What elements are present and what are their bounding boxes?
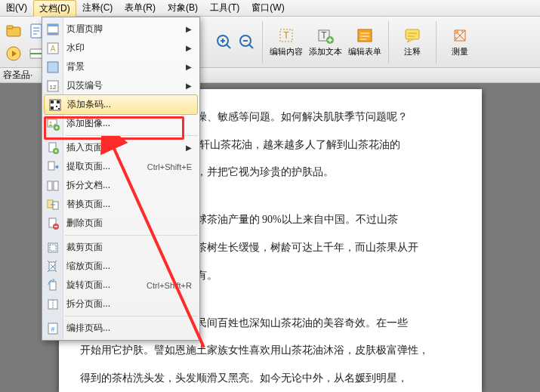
menu-comment[interactable]: 注释(C) xyxy=(76,0,119,17)
crop-page-icon xyxy=(45,240,60,255)
svg-rect-27 xyxy=(58,108,60,110)
svg-rect-25 xyxy=(51,106,54,110)
menu-separator xyxy=(65,235,198,236)
zoom-in-icon xyxy=(215,33,233,51)
menu-header-footer[interactable]: 页眉页脚 ▶ xyxy=(42,20,199,39)
menu-split-doc[interactable]: 拆分文档... xyxy=(42,176,199,195)
add-text-icon: T xyxy=(316,26,335,45)
edit-content-icon: T xyxy=(277,26,295,45)
zoom-page-icon xyxy=(45,259,60,274)
insert-page-icon xyxy=(45,140,60,156)
zoom-out-button[interactable] xyxy=(236,32,258,53)
add-image-icon xyxy=(45,116,60,131)
menu-number-page[interactable]: # 编排页码... xyxy=(42,319,199,338)
menu-insert-page[interactable]: 插入页面 ▶ xyxy=(42,138,199,157)
sidebar-label: 容圣品· xyxy=(3,69,32,82)
menubar: 图(V) 文档(D) 注释(C) 表单(R) 对象(B) 工具(T) 窗口(W) xyxy=(0,0,540,17)
svg-rect-12 xyxy=(358,29,372,42)
add-text-button[interactable]: T 添加文本 xyxy=(307,20,344,65)
menu-background[interactable]: 背景 ▶ xyxy=(42,57,199,76)
edit-form-label: 编辑表单 xyxy=(348,46,381,57)
svg-rect-19 xyxy=(48,62,58,73)
chevron-right-icon: ▶ xyxy=(186,144,192,152)
menu-zoom-page[interactable]: 缩放页面... xyxy=(42,257,199,276)
menu-object[interactable]: 对象(B) xyxy=(162,0,204,17)
menu-document[interactable]: 文档(D) xyxy=(33,0,76,17)
chevron-right-icon: ▶ xyxy=(186,25,192,33)
menu-bates[interactable]: 12 贝茨编号 ▶ xyxy=(42,76,199,95)
annotate-button[interactable]: 注释 xyxy=(393,20,431,65)
annotate-label: 注释 xyxy=(404,46,421,57)
rotate-page-icon xyxy=(45,278,60,293)
menu-view[interactable]: 图(V) xyxy=(0,0,33,17)
svg-rect-36 xyxy=(48,200,53,208)
menu-window[interactable]: 窗口(W) xyxy=(245,0,290,17)
menu-replace-page[interactable]: 替换页面... xyxy=(42,195,199,214)
folder-icon xyxy=(5,22,23,40)
delete-page-icon xyxy=(45,216,60,231)
add-text-label: 添加文本 xyxy=(309,46,342,57)
measure-icon xyxy=(451,26,469,45)
menu-separator xyxy=(65,135,198,136)
play-icon xyxy=(5,45,23,63)
menu-watermark[interactable]: A 水印 ▶ xyxy=(42,39,199,57)
edit-form-icon xyxy=(356,26,374,45)
menu-form[interactable]: 表单(R) xyxy=(119,0,162,17)
bates-icon: 12 xyxy=(45,79,60,94)
toolbar-icon-1[interactable] xyxy=(3,20,24,42)
doc-paragraph: 得到的茶枯洗头发，头发顺滑又黑亮。如今无论中外，从名媛到明星， xyxy=(80,369,461,389)
split-page-icon xyxy=(45,297,60,312)
svg-rect-43 xyxy=(50,282,56,290)
watermark-icon: A xyxy=(45,41,60,56)
extract-page-icon xyxy=(45,159,60,174)
svg-rect-35 xyxy=(54,181,58,190)
menu-delete-page[interactable]: 删除页面 xyxy=(42,214,199,233)
svg-rect-15 xyxy=(48,24,58,26)
svg-rect-26 xyxy=(56,106,57,107)
background-icon xyxy=(45,60,60,75)
edit-content-button[interactable]: T 编辑内容 xyxy=(267,20,305,65)
svg-text:A: A xyxy=(51,45,56,53)
zoom-out-icon xyxy=(238,33,256,51)
replace-page-icon xyxy=(45,197,60,212)
menu-add-barcode[interactable]: 添加条码... xyxy=(44,94,198,115)
zoom-in-button[interactable] xyxy=(214,32,235,53)
svg-rect-34 xyxy=(48,181,52,190)
menu-add-image[interactable]: 添加图像... xyxy=(42,114,199,133)
chevron-right-icon: ▶ xyxy=(186,63,192,71)
menu-separator xyxy=(65,316,198,316)
annotate-icon xyxy=(403,26,421,45)
svg-rect-13 xyxy=(406,29,419,39)
svg-rect-37 xyxy=(53,202,58,209)
chevron-right-icon: ▶ xyxy=(186,82,192,90)
svg-rect-33 xyxy=(48,162,54,170)
svg-rect-1 xyxy=(7,26,13,29)
toolbar-icon-3[interactable] xyxy=(3,43,24,64)
edit-content-label: 编辑内容 xyxy=(270,46,303,57)
chevron-right-icon: ▶ xyxy=(186,44,192,52)
menu-rotate-page[interactable]: 旋转页面... Ctrl+Shift+R xyxy=(42,276,199,295)
measure-label: 测量 xyxy=(452,46,468,57)
svg-point-29 xyxy=(50,121,52,123)
doc-paragraph: 开始用它护肤。譬如恩施土家族女性喜欢用山茶花油沐浴，皮肤极富弹性， xyxy=(80,341,461,361)
svg-text:12: 12 xyxy=(50,84,57,91)
menu-split-page[interactable]: 拆分页面... xyxy=(42,295,199,313)
document-menu-dropdown: 页眉页脚 ▶ A 水印 ▶ 背景 ▶ 12 贝茨编号 ▶ 添加条码... 添加图… xyxy=(42,17,200,341)
menu-crop-page[interactable]: 裁剪页面 xyxy=(42,238,199,257)
measure-button[interactable]: 测量 xyxy=(441,20,479,65)
svg-rect-16 xyxy=(48,32,58,35)
svg-rect-24 xyxy=(57,100,60,103)
header-footer-icon xyxy=(45,22,60,37)
svg-rect-23 xyxy=(51,100,54,103)
menu-extract-page[interactable]: 提取页面... Ctrl+Shift+E xyxy=(42,157,199,176)
edit-form-button[interactable]: 编辑表单 xyxy=(346,20,384,65)
menu-tools[interactable]: 工具(T) xyxy=(204,0,245,17)
svg-text:#: # xyxy=(51,326,54,333)
barcode-icon xyxy=(48,97,63,113)
svg-text:T: T xyxy=(283,30,289,41)
number-page-icon: # xyxy=(45,321,60,336)
split-doc-icon xyxy=(45,178,60,193)
